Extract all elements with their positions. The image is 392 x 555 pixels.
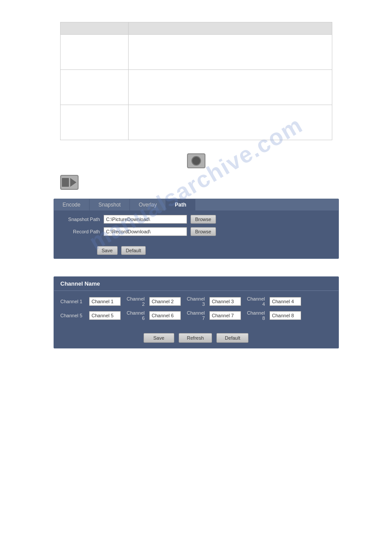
channel-row-1: Channel 1 Channel 2 Channel 3 Channel 4 bbox=[61, 296, 332, 307]
table-row bbox=[60, 35, 332, 70]
top-table-section bbox=[60, 22, 332, 140]
record-path-label: Record Path bbox=[61, 229, 100, 234]
table-cell bbox=[128, 35, 332, 70]
channel-3-label: Channel 3 bbox=[183, 296, 207, 307]
channel-2-label: Channel 2 bbox=[123, 296, 147, 307]
record-icon-body bbox=[62, 178, 69, 187]
settings-tabs: Encode Snapshot Overlay Path bbox=[54, 199, 338, 210]
channel-2-input[interactable] bbox=[149, 297, 181, 306]
snapshot-path-label: Snapshot Path bbox=[61, 217, 100, 222]
channel-6-input[interactable] bbox=[149, 311, 181, 320]
channel-refresh-button[interactable]: Refresh bbox=[179, 333, 212, 343]
channel-row-1-label: Channel 1 bbox=[61, 299, 87, 304]
record-browse-button[interactable]: Browse bbox=[191, 227, 216, 236]
record-icon bbox=[60, 175, 79, 190]
channel-row-2: Channel 5 Channel 6 Channel 7 Channel 8 bbox=[61, 310, 332, 321]
top-table bbox=[60, 22, 332, 140]
tab-overlay[interactable]: Overlay bbox=[130, 199, 166, 210]
record-path-input[interactable] bbox=[104, 227, 187, 236]
table-cell bbox=[60, 35, 128, 70]
channel-default-button[interactable]: Default bbox=[216, 333, 248, 343]
table-header-col1 bbox=[60, 22, 128, 35]
snapshot-browse-button[interactable]: Browse bbox=[191, 215, 216, 224]
channel-4-label: Channel 4 bbox=[243, 296, 267, 307]
tab-encode[interactable]: Encode bbox=[54, 199, 90, 210]
settings-body: Snapshot Path Browse Record Path Browse bbox=[54, 210, 338, 244]
snapshot-path-row: Snapshot Path Browse bbox=[61, 215, 332, 224]
icon-section bbox=[60, 153, 332, 190]
channel-body: Channel 1 Channel 2 Channel 3 Channel 4 … bbox=[54, 291, 338, 330]
channel-4-input[interactable] bbox=[270, 297, 301, 306]
table-cell bbox=[128, 105, 332, 140]
snapshot-icon-wrapper bbox=[60, 153, 332, 168]
snapshot-icon bbox=[187, 153, 205, 168]
table-header-col2 bbox=[128, 22, 332, 35]
table-cell bbox=[60, 105, 128, 140]
channel-7-label: Channel 7 bbox=[183, 310, 207, 321]
table-cell bbox=[60, 70, 128, 105]
record-icon-triangle bbox=[70, 178, 76, 187]
channel-5-input[interactable] bbox=[89, 311, 121, 320]
settings-footer: Save Default bbox=[54, 244, 338, 258]
tab-path[interactable]: Path bbox=[166, 199, 195, 210]
channel-6-label: Channel 6 bbox=[123, 310, 147, 321]
snapshot-path-input[interactable] bbox=[104, 215, 187, 224]
channel-panel: Channel Name Channel 1 Channel 2 Channel… bbox=[54, 276, 339, 348]
record-path-row: Record Path Browse bbox=[61, 227, 332, 236]
record-icon-wrapper bbox=[60, 175, 79, 190]
channel-footer: Save Refresh Default bbox=[54, 330, 338, 348]
channel-save-button[interactable]: Save bbox=[144, 333, 174, 343]
channel-panel-title: Channel Name bbox=[54, 277, 338, 291]
settings-default-button[interactable]: Default bbox=[121, 246, 146, 255]
settings-save-button[interactable]: Save bbox=[97, 246, 118, 255]
channel-7-input[interactable] bbox=[209, 311, 241, 320]
table-row bbox=[60, 105, 332, 140]
channel-3-input[interactable] bbox=[209, 297, 241, 306]
channel-8-label: Channel 8 bbox=[243, 310, 267, 321]
table-row bbox=[60, 70, 332, 105]
channel-row-2-label: Channel 5 bbox=[61, 313, 87, 318]
settings-panel: Encode Snapshot Overlay Path Snapshot Pa… bbox=[54, 199, 339, 259]
tab-snapshot[interactable]: Snapshot bbox=[90, 199, 130, 210]
table-cell bbox=[128, 70, 332, 105]
channel-8-input[interactable] bbox=[270, 311, 301, 320]
channel-1-input[interactable] bbox=[89, 297, 121, 306]
